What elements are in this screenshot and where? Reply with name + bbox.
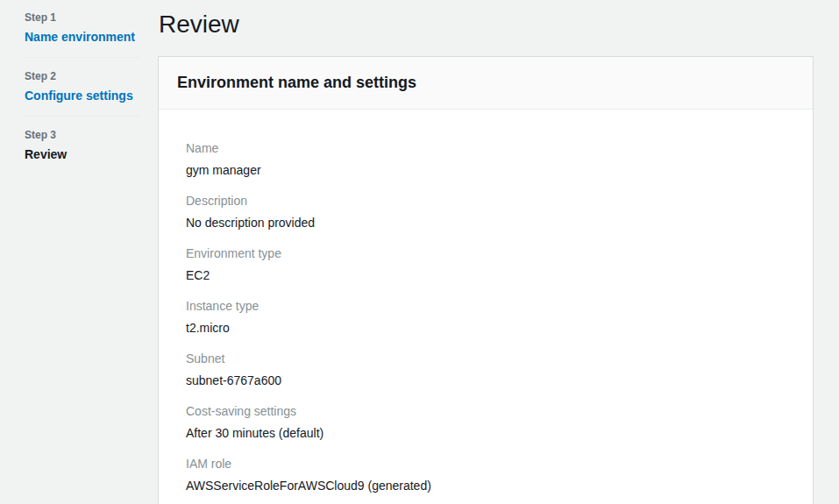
step-3-number: Step 3 (25, 128, 142, 142)
field-value: gym manager (186, 161, 786, 179)
field-instance-type: Instance type t2.micro (186, 297, 786, 337)
wizard-step-2: Step 2 Configure settings (25, 69, 142, 103)
field-label: IAM role (186, 455, 786, 472)
step-2-number: Step 2 (25, 69, 142, 83)
field-value: t2.micro (186, 319, 786, 337)
field-environment-type: Environment type EC2 (186, 245, 786, 284)
field-iam-role: IAM role AWSServiceRoleForAWSCloud9 (gen… (186, 455, 786, 494)
main-content: Review Environment name and settings Nam… (158, 0, 839, 504)
sidebar-divider (25, 57, 140, 58)
panel-body: Name gym manager Description No descript… (159, 110, 813, 504)
sidebar-divider (25, 116, 140, 117)
field-value: AWSServiceRoleForAWSCloud9 (generated) (186, 477, 786, 494)
field-label: Name (186, 139, 786, 157)
panel-header: Environment name and settings (159, 57, 813, 110)
field-subnet: Subnet subnet-6767a600 (186, 350, 786, 389)
wizard-step-3: Step 3 Review (25, 128, 142, 162)
field-label: Description (186, 192, 786, 209)
environment-settings-panel: Environment name and settings Name gym m… (158, 56, 814, 504)
sidebar-item-configure-settings[interactable]: Configure settings (25, 88, 142, 103)
sidebar-item-review-current: Review (25, 146, 142, 162)
field-value: subnet-6767a600 (186, 372, 786, 389)
field-value: No description provided (186, 214, 786, 231)
field-label: Instance type (186, 297, 786, 315)
step-1-number: Step 1 (25, 11, 142, 25)
field-label: Subnet (186, 350, 786, 367)
field-name: Name gym manager (186, 139, 786, 179)
field-value: EC2 (186, 266, 786, 284)
sidebar-item-name-environment[interactable]: Name environment (25, 29, 142, 45)
wizard-steps-sidebar: Step 1 Name environment Step 2 Configure… (0, 0, 158, 504)
field-label: Environment type (186, 245, 786, 262)
page: Step 1 Name environment Step 2 Configure… (0, 0, 839, 504)
field-cost-saving-settings: Cost-saving settings After 30 minutes (d… (186, 402, 786, 442)
field-label: Cost-saving settings (186, 402, 786, 420)
page-title: Review (159, 7, 814, 42)
field-value: After 30 minutes (default) (186, 424, 786, 442)
field-description: Description No description provided (186, 192, 786, 231)
wizard-step-1: Step 1 Name environment (25, 11, 142, 45)
